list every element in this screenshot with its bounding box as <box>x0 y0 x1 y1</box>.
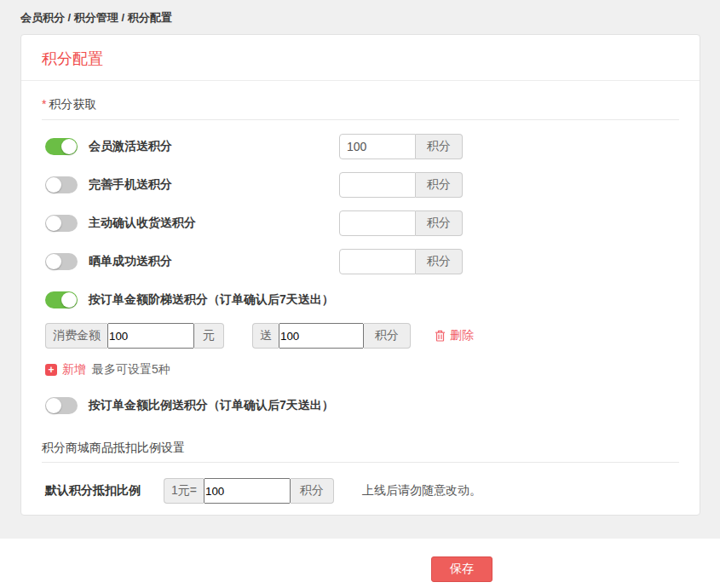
toggle-knob <box>46 254 61 269</box>
points-input-group: 积分 <box>339 134 463 159</box>
breadcrumb[interactable]: 会员积分 / 积分管理 / 积分配置 <box>0 0 720 25</box>
toggle-knob <box>61 139 77 154</box>
spend-amount-label-addon: 消费金额 <box>45 323 107 349</box>
switch-label: 完善手机送积分 <box>89 177 172 193</box>
switch-row-member-activate: 会员激活送积分 积分 <box>45 134 679 159</box>
points-unit-addon: 积分 <box>416 134 463 159</box>
toggle-review-success[interactable] <box>45 253 78 270</box>
points-unit-addon: 积分 <box>416 249 463 274</box>
section-acquire-label: 积分获取 <box>49 97 96 111</box>
points-unit-addon: 积分 <box>416 172 463 198</box>
plus-icon[interactable]: + <box>45 364 57 376</box>
yuan-unit-addon: 元 <box>194 323 224 349</box>
switch-label: 会员激活送积分 <box>89 139 172 154</box>
points-config-card: 积分配置 *积分获取 会员激活送积分 积分 完善手机送积分 积分 <box>20 34 700 516</box>
points-input-group: 积分 <box>339 210 463 236</box>
switch-label: 按订单金额比例送积分（订单确认后7天送出） <box>89 398 334 413</box>
divider <box>42 119 679 120</box>
required-asterisk: * <box>42 97 46 111</box>
tier-config-row: 消费金额 元 送 积分 删除 <box>45 323 679 349</box>
switch-row-ratio-points: 按订单金额比例送积分（订单确认后7天送出） <box>45 397 679 414</box>
points-input-group: 积分 <box>339 172 463 198</box>
section-acquire-title: *积分获取 <box>42 96 679 112</box>
deduction-warning-note: 上线后请勿随意改动。 <box>362 483 481 499</box>
delete-link-label: 删除 <box>450 328 474 343</box>
trash-icon <box>435 330 446 342</box>
points-input-group: 积分 <box>339 249 463 274</box>
points-unit-addon: 积分 <box>291 478 334 504</box>
toggle-confirm-receipt[interactable] <box>45 215 78 232</box>
page-title: 积分配置 <box>42 49 679 70</box>
give-points-input[interactable] <box>279 323 364 349</box>
toggle-knob <box>46 177 61 193</box>
toggle-knob <box>46 216 61 231</box>
give-points-group: 送 积分 <box>252 323 411 349</box>
spend-amount-group: 消费金额 元 <box>45 323 224 349</box>
switch-label: 按订单金额阶梯送积分（订单确认后7天送出） <box>89 292 334 308</box>
section-deduction-title: 积分商城商品抵扣比例设置 <box>42 440 679 456</box>
deduction-ratio-input[interactable] <box>204 478 291 504</box>
points-unit-addon: 积分 <box>364 323 411 349</box>
toggle-ratio-points[interactable] <box>45 397 78 414</box>
switch-row-complete-phone: 完善手机送积分 积分 <box>45 172 679 198</box>
divider <box>42 462 679 463</box>
add-tier-hint: 最多可设置5种 <box>92 362 170 378</box>
deduction-ratio-label: 默认积分抵扣比例 <box>45 483 141 499</box>
toggle-knob <box>46 398 61 413</box>
switch-label: 主动确认收货送积分 <box>89 216 196 231</box>
spend-amount-input[interactable] <box>107 323 194 349</box>
toggle-member-activate[interactable] <box>45 138 78 155</box>
points-input-member-activate[interactable] <box>339 134 416 159</box>
switch-row-review-success: 晒单成功送积分 积分 <box>45 249 679 274</box>
card-header: 积分配置 <box>21 35 700 81</box>
card-body: *积分获取 会员激活送积分 积分 完善手机送积分 积分 主动确认收货送积分 <box>21 81 700 515</box>
points-unit-addon: 积分 <box>416 210 463 236</box>
points-input-review-success[interactable] <box>339 249 416 274</box>
switch-row-confirm-receipt: 主动确认收货送积分 积分 <box>45 210 679 236</box>
deduction-ratio-row: 默认积分抵扣比例 1元= 积分 上线后请勿随意改动。 <box>45 478 679 504</box>
add-tier-row: + 新增 最多可设置5种 <box>45 362 679 377</box>
points-input-confirm-receipt[interactable] <box>339 210 416 236</box>
delete-tier-link[interactable]: 删除 <box>435 328 474 343</box>
toggle-tiered-points[interactable] <box>45 291 78 308</box>
switch-label: 晒单成功送积分 <box>89 254 172 269</box>
toggle-knob <box>61 292 77 308</box>
add-tier-link[interactable]: 新增 <box>62 362 86 378</box>
footer-bar: 保存 <box>0 539 720 588</box>
points-input-complete-phone[interactable] <box>339 172 416 198</box>
toggle-complete-phone[interactable] <box>45 176 78 193</box>
switch-row-tiered-points: 按订单金额阶梯送积分（订单确认后7天送出） <box>45 291 679 308</box>
yuan-prefix-addon: 1元= <box>164 478 204 504</box>
deduction-ratio-group: 1元= 积分 <box>164 478 334 504</box>
save-button[interactable]: 保存 <box>431 556 492 582</box>
give-label-addon: 送 <box>252 323 279 349</box>
